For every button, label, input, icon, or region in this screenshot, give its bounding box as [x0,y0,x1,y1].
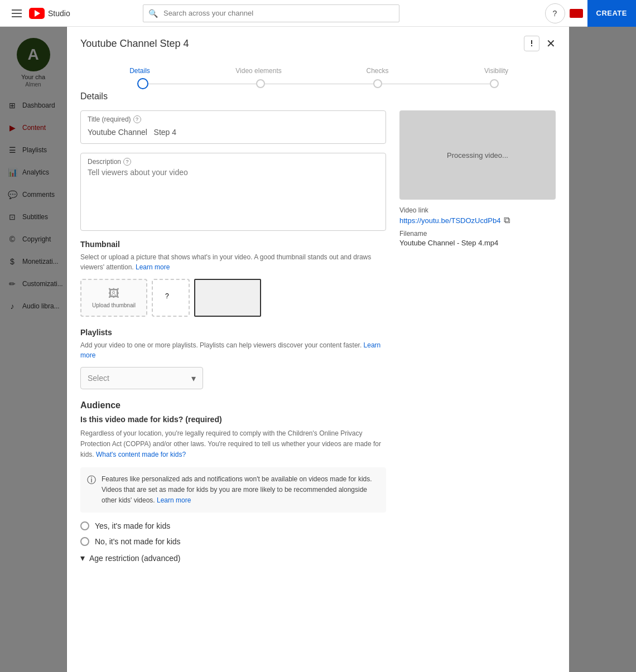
topbar-right: ? CREATE [545,0,636,27]
topbar: Studio 🔍 ? CREATE [0,0,636,27]
playlists-description: Add your video to one or more playlists.… [80,340,386,360]
age-restriction-toggle[interactable]: ▾ Age restriction (advanced) [80,553,386,563]
modal-left-panel: Title (required) ? Description ? Thumbna… [80,110,386,574]
thumbnail-question-icon: ? [165,292,176,303]
title-field-label: Title (required) ? [88,115,379,123]
radio-no-circle [80,537,89,546]
thumbnail-description: Select or upload a picture that shows wh… [80,252,386,272]
video-preview: Processing video... [399,110,556,200]
radio-yes-option[interactable]: Yes, it's made for kids [80,521,386,530]
thumbnail-learn-more[interactable]: Learn more [136,263,170,271]
filename-label: Filename [399,230,556,238]
logo: Studio [29,8,70,19]
playlists-title: Playlists [80,328,386,337]
youtube-logo-red [29,8,45,19]
video-link-label: Video link [399,206,556,214]
notice-learn-more[interactable]: Learn more [157,496,191,504]
description-input[interactable] [88,168,379,224]
flag-icon [570,9,583,18]
notice-info-icon: ⓘ [87,475,96,486]
playlists-select-label: Select [88,374,109,383]
modal-title: Youtube Channel Step 4 [80,38,189,50]
audience-section: Audience Is this video made for kids? (r… [80,400,386,563]
filename-row: Filename Youtube Channel - Step 4.mp4 [399,230,556,247]
audience-notice: ⓘ Features like personalized ads and not… [80,467,386,513]
audience-title: Audience [80,400,386,410]
upload-icon: 🖼 [108,287,119,300]
description-field[interactable]: Description ? [80,153,386,231]
help-button[interactable]: ? [545,3,565,23]
filename-value: Youtube Channel - Step 4.mp4 [399,239,556,247]
thumbnail-preview [194,279,261,317]
upload-thumbnail-label: Upload thumbnail [92,302,136,308]
video-link-value: https://youtu.be/TSDOzUcdPb4 ⧉ [399,215,556,225]
kids-content-link[interactable]: What's content made for kids? [96,451,186,458]
thumbnail-section: Thumbnail Select or upload a picture tha… [80,240,386,317]
step-dot-checks[interactable] [373,79,382,88]
audience-question: Is this video made for kids? (required) [80,415,386,424]
age-restriction-label: Age restriction (advanced) [89,554,180,563]
thumbnail-options: 🖼 Upload thumbnail ? [80,279,386,317]
svg-rect-2 [12,16,22,17]
details-section-title: Details [80,91,556,101]
step-dot-video-elements[interactable] [256,79,265,88]
search-bar[interactable]: 🔍 [143,4,399,22]
video-link-row: Video link https://youtu.be/TSDOzUcdPb4 … [399,206,556,225]
radio-no-option[interactable]: No, it's not made for kids [80,537,386,546]
step-connector-2 [265,84,373,84]
menu-icon[interactable] [9,0,25,27]
svg-rect-4 [531,45,532,46]
description-field-label: Description ? [88,158,379,166]
modal-alert-button[interactable] [524,36,539,51]
modal-right-panel: Processing video... Video link https://y… [399,110,556,574]
modal-header-actions: ✕ [524,36,556,51]
step-dot-details[interactable] [137,78,148,89]
modal-body: Details Title (required) ? Description ? [67,83,569,597]
step-connector-3 [382,84,490,84]
svg-rect-3 [531,40,532,44]
processing-text: Processing video... [447,151,508,159]
help-icon: ? [553,9,557,18]
radio-yes-circle [80,521,89,530]
modal-close-button[interactable]: ✕ [546,37,556,50]
playlists-section: Playlists Add your video to one or more … [80,328,386,389]
chevron-down-icon: ▾ [80,553,85,563]
radio-yes-label: Yes, it's made for kids [95,521,170,530]
search-icon: 🔍 [148,9,158,18]
step-label-details: Details [80,67,199,75]
step-connector-1 [148,84,256,84]
svg-rect-0 [12,9,22,11]
studio-text: Studio [48,9,70,18]
copy-link-icon[interactable]: ⧉ [504,215,510,225]
svg-rect-1 [12,13,22,14]
modal-dialog: Youtube Channel Step 4 ✕ Details Video e… [67,27,569,672]
radio-no-label: No, it's not made for kids [95,537,181,546]
step-dot-visibility[interactable] [490,79,499,88]
title-help-icon[interactable]: ? [133,115,141,123]
playlists-dropdown[interactable]: Select ▾ [80,367,203,389]
modal-columns: Title (required) ? Description ? Thumbna… [80,110,556,574]
audience-description: Regardless of your location, you're lega… [80,428,386,461]
thumbnail-title: Thumbnail [80,240,386,249]
search-input[interactable] [143,4,399,22]
step-label-checks[interactable]: Checks [318,67,437,75]
step-label-video-elements[interactable]: Video elements [199,67,318,75]
steps-bar: Details Video elements Checks Visibility [67,58,569,89]
thumbnail-help-icon[interactable]: ? [152,279,190,317]
playlists-dropdown-arrow-icon: ▾ [191,373,196,384]
modal-header: Youtube Channel Step 4 ✕ [67,27,569,51]
video-link[interactable]: https://youtu.be/TSDOzUcdPb4 [399,216,500,225]
step-label-visibility[interactable]: Visibility [437,67,556,75]
upload-thumbnail-button[interactable]: 🖼 Upload thumbnail [80,279,147,317]
description-help-icon[interactable]: ? [123,158,131,166]
audience-notice-text: Features like personalized ads and notif… [102,474,379,506]
create-button[interactable]: CREATE [587,0,636,27]
title-input[interactable] [88,125,379,139]
title-field[interactable]: Title (required) ? [80,110,386,144]
